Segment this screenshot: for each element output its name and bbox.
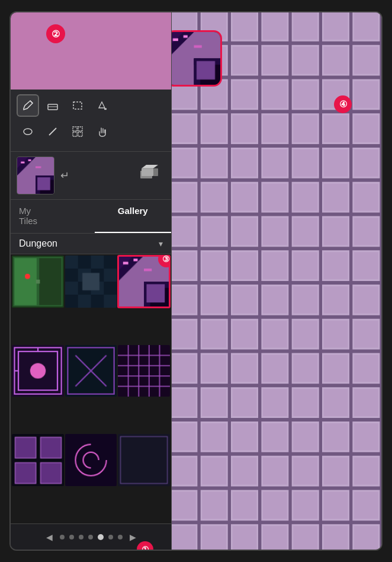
svg-rect-9 [142,168,153,176]
line-tool[interactable] [41,120,64,143]
annotation-badge-1: ① [137,541,153,551]
svg-rect-5 [78,127,82,131]
svg-rect-7 [78,132,82,136]
tile-cell-1[interactable] [65,256,117,308]
back-arrow-icon[interactable]: ↵ [60,169,69,182]
tile-cell-5[interactable] [118,345,170,397]
page-dot-3[interactable] [88,535,93,539]
tilemap-canvas [172,12,381,550]
hand-tool[interactable] [91,120,114,143]
tile-cell-6[interactable] [12,434,64,486]
page-dot-1[interactable] [69,535,74,539]
page-dot-0[interactable] [60,535,65,539]
fill-tool[interactable] [91,94,114,117]
tile-cell-0[interactable] [12,256,64,308]
tools-row-2 [17,120,165,143]
tile-cell-3[interactable] [12,345,64,397]
page-dot-4[interactable] [98,534,104,540]
tile-gallery: ③ [11,254,171,523]
tools-area [11,90,171,152]
tile-preview-popup [172,30,222,87]
tools-row-1 [17,94,165,117]
tile-cell-4[interactable] [65,345,117,397]
svg-line-3 [49,128,56,135]
3d-brick-icon [137,160,165,191]
svg-rect-1 [73,102,82,109]
annotation-badge-2: ② [46,24,65,43]
annotation-badge-4: ④ [334,95,352,113]
page-dot-2[interactable] [79,535,83,539]
pencil-tool[interactable] [17,94,39,117]
svg-rect-11 [153,168,158,176]
color-swatch-area: ② [11,12,171,90]
tile-preview-area: ↵ [11,152,171,200]
app-container: ② [9,11,383,551]
tab-my-tiles[interactable]: My Tiles [11,200,95,233]
prev-page-arrow[interactable]: ◀ [44,530,55,544]
tile-cell-8[interactable] [118,434,170,486]
right-panel[interactable]: ④ [172,12,381,550]
page-dot-5[interactable] [108,535,113,539]
page-dot-6[interactable] [118,535,123,539]
grid-select-tool[interactable] [66,120,89,143]
dungeon-dropdown[interactable]: Dungeon ▾ [11,234,171,254]
tabs-row: My Tiles Gallery [11,200,171,234]
rectangle-tool[interactable] [66,94,89,117]
ellipse-tool[interactable] [17,120,39,143]
svg-point-2 [24,129,32,135]
next-page-arrow[interactable]: ▶ [127,530,139,544]
svg-rect-4 [73,127,77,131]
left-panel: ② [11,12,172,550]
eraser-tool[interactable] [41,94,64,117]
svg-rect-6 [73,132,77,136]
current-tile-thumb[interactable] [17,157,54,194]
tile-cell-7[interactable] [65,434,117,486]
pagination-bar: ◀ ▶ ① [11,523,171,550]
tile-cell-2[interactable]: ③ [118,256,170,308]
dungeon-label: Dungeon [19,238,57,249]
tab-gallery[interactable]: Gallery [95,200,172,233]
chevron-down-icon: ▾ [159,239,163,248]
